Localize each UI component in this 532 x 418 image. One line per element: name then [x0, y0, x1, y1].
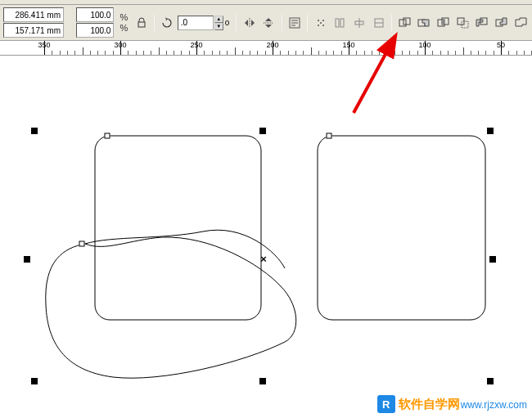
scale-inputs: 100.0 100.0: [74, 6, 115, 39]
selection-handle[interactable]: [31, 128, 38, 134]
svg-point-11: [320, 22, 322, 24]
mirror-horizontal-button[interactable]: [240, 14, 259, 32]
align-button-4[interactable]: [369, 14, 388, 32]
spin-down[interactable]: ▼: [214, 23, 223, 30]
separator: [391, 15, 392, 31]
watermark-url: www.rjzxw.com: [461, 399, 527, 411]
node-handle[interactable]: [79, 241, 85, 247]
weld-button[interactable]: [395, 14, 414, 32]
ruler-minor-tick: [159, 47, 160, 56]
align-button-1[interactable]: [311, 14, 330, 32]
ruler-label: 150: [342, 41, 354, 49]
svg-rect-12: [336, 19, 339, 27]
wrap-paragraph-button[interactable]: [286, 14, 304, 32]
property-bar: 286.411 mm 157.171 mm 100.0 100.0 % % .0…: [0, 5, 532, 41]
svg-rect-24: [458, 18, 464, 25]
ruler-minor-tick: [83, 47, 83, 56]
y-position-input[interactable]: 157.171 mm: [3, 23, 64, 38]
selection-handle[interactable]: [259, 378, 266, 384]
ruler-label: 350: [38, 41, 50, 49]
node-handle[interactable]: [105, 133, 110, 139]
svg-rect-0: [138, 22, 145, 27]
svg-point-8: [322, 20, 324, 21]
spin-up[interactable]: ▲: [214, 16, 223, 23]
ruler-label: 300: [114, 41, 126, 49]
back-minus-front-button[interactable]: [493, 14, 512, 32]
align-button-3[interactable]: [350, 14, 369, 32]
percent-symbol: %: [118, 23, 129, 33]
rounded-rect-shape-right[interactable]: [317, 135, 486, 321]
svg-rect-29: [318, 136, 485, 320]
svg-point-7: [318, 20, 319, 21]
ruler-minor-tick: [311, 47, 312, 56]
svg-point-9: [318, 25, 319, 26]
create-boundary-button[interactable]: [512, 14, 530, 32]
front-minus-back-button[interactable]: [473, 14, 492, 32]
ruler-label: 250: [190, 41, 202, 49]
watermark-brand: 软件自学网: [399, 397, 460, 411]
watermark-logo-icon: R: [377, 395, 395, 413]
intersect-button[interactable]: [435, 14, 453, 32]
selection-handle[interactable]: [489, 256, 496, 263]
svg-rect-18: [399, 20, 406, 26]
watermark: R 软件自学网 www.rjzxw.com: [377, 395, 527, 413]
position-inputs: 286.411 mm 157.171 mm: [2, 6, 65, 39]
drawing-canvas[interactable]: ×: [0, 56, 532, 418]
ruler-label: 200: [266, 41, 278, 49]
x-position-input[interactable]: 286.411 mm: [3, 7, 64, 22]
percent-labels: % %: [116, 11, 131, 34]
ruler-label: 100: [418, 41, 431, 49]
svg-rect-19: [404, 18, 410, 25]
ruler-minor-tick: [387, 47, 388, 56]
rotate-icon-button[interactable]: [158, 14, 177, 32]
rotation-spinner[interactable]: ▲ ▼: [214, 16, 223, 30]
separator: [282, 15, 282, 31]
ruler-label: 50: [497, 41, 505, 49]
svg-rect-13: [340, 19, 344, 27]
separator: [154, 15, 155, 31]
selection-center-marker: ×: [260, 253, 267, 265]
scale-x-input[interactable]: 100.0: [76, 7, 114, 22]
ruler-minor-tick: [463, 47, 464, 56]
scale-y-input[interactable]: 100.0: [76, 23, 114, 38]
horizontal-ruler[interactable]: 35030025020015010050: [0, 41, 532, 56]
percent-symbol: %: [118, 12, 129, 22]
mirror-vertical-button[interactable]: [259, 14, 278, 32]
selection-handle[interactable]: [24, 256, 30, 263]
rotation-input[interactable]: .0: [178, 16, 214, 30]
selection-handle[interactable]: [31, 378, 38, 384]
selection-handle[interactable]: [487, 128, 494, 134]
simplify-button[interactable]: [453, 14, 472, 32]
svg-rect-23: [442, 20, 444, 25]
ruler-minor-tick: [235, 47, 236, 56]
align-button-2[interactable]: [331, 14, 349, 32]
selection-handle[interactable]: [259, 128, 266, 134]
trim-button[interactable]: [415, 14, 434, 32]
selection-handle[interactable]: [487, 378, 494, 384]
node-handle[interactable]: [327, 133, 332, 139]
degree-label: o: [225, 18, 230, 27]
separator: [307, 15, 308, 31]
lock-ratio-button[interactable]: [132, 14, 151, 32]
svg-point-10: [322, 25, 324, 26]
separator: [236, 15, 237, 31]
